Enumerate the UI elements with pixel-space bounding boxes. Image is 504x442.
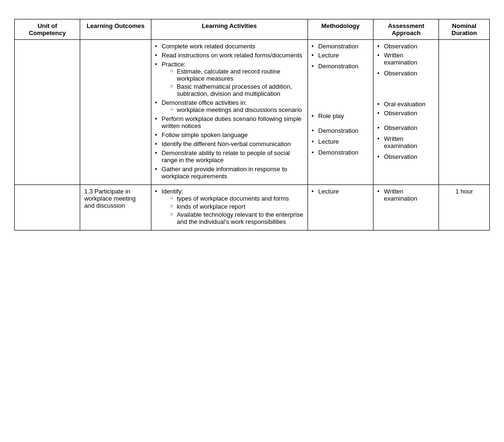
list-item: Demonstration <box>312 63 369 70</box>
duration-value: 1 hour <box>456 188 473 195</box>
header-duration: Nominal Duration <box>439 19 490 40</box>
outcome-label: 1.3 Participate in workplace meeting and… <box>84 188 135 209</box>
methodology-cell-2: Lecture <box>308 185 373 230</box>
duration-cell-1 <box>439 40 490 185</box>
unit-cell-1 <box>15 40 80 185</box>
activities-cell-2: Identify: types of workplace documents a… <box>151 185 308 230</box>
list-item: Observation <box>377 43 435 50</box>
methodology-cell-1: Demonstration Lecture Demonstration Role… <box>308 40 373 185</box>
table-row: Complete work related documents Read ins… <box>15 40 490 185</box>
header-methodology: Methodology <box>308 19 373 40</box>
list-item: Complete work related documents <box>155 43 304 50</box>
header-outcomes: Learning Outcomes <box>80 19 151 40</box>
list-item: Lecture <box>312 188 369 195</box>
list-item: Observation <box>377 124 435 131</box>
list-item: Lecture <box>312 52 369 59</box>
duration-cell-2: 1 hour <box>439 185 490 230</box>
list-item: Read instructions on work related forms/… <box>155 52 304 59</box>
list-item: Demonstrate office activities in: workpl… <box>155 99 304 113</box>
list-item: Follow simple spoken language <box>155 131 304 138</box>
list-item: Role play <box>312 112 369 120</box>
list-item: Identify the different Non-verbal commun… <box>155 140 304 147</box>
unit-cell-2 <box>15 185 80 230</box>
list-item: Observation <box>377 153 435 160</box>
outcomes-cell-2: 1.3 Participate in workplace meeting and… <box>80 185 151 230</box>
main-table: Unit of Competency Learning Outcomes Lea… <box>14 19 490 230</box>
list-item: Estimate, calculate and record routine w… <box>170 68 304 82</box>
list-item: Perform workplace duties scenario follow… <box>155 115 304 129</box>
list-item: types of workplace documents and forms <box>170 195 304 202</box>
list-item: Available technology relevant to the ent… <box>170 211 304 225</box>
list-item: Practice: Estimate, calculate and record… <box>155 61 304 97</box>
list-item: Identify: types of workplace documents a… <box>155 188 304 225</box>
assessment-cell-2: Written examination <box>373 185 439 230</box>
outcomes-cell-1 <box>80 40 151 185</box>
list-item: Written examination <box>377 135 435 149</box>
page-container: Unit of Competency Learning Outcomes Lea… <box>0 0 504 249</box>
header-unit: Unit of Competency <box>15 19 80 40</box>
list-item: Lecture <box>312 138 369 145</box>
list-item: Written examination <box>377 188 435 202</box>
list-item: Basic mathematical processes of addition… <box>170 83 304 97</box>
list-item: Observation <box>377 70 435 77</box>
list-item: Written examination <box>377 52 435 66</box>
list-item: Demonstration <box>312 43 369 50</box>
list-item: Oral evaluation <box>377 101 435 108</box>
list-item: Demonstration <box>312 127 369 134</box>
assessment-cell-1: Observation Written examination Observat… <box>373 40 439 185</box>
table-row: 1.3 Participate in workplace meeting and… <box>15 185 490 230</box>
list-item: Demonstrate ability to relate to people … <box>155 149 304 164</box>
list-item: Gather and provide information in respon… <box>155 166 304 180</box>
list-item: Observation <box>377 110 435 117</box>
activities-cell-1: Complete work related documents Read ins… <box>151 40 308 185</box>
list-item: workplace meetings and discussions scena… <box>170 106 304 113</box>
list-item: kinds of workplace report <box>170 203 304 210</box>
header-activities: Learning Activities <box>151 19 308 40</box>
list-item: Demonstration <box>312 149 369 156</box>
header-assessment: Assessment Approach <box>373 19 439 40</box>
